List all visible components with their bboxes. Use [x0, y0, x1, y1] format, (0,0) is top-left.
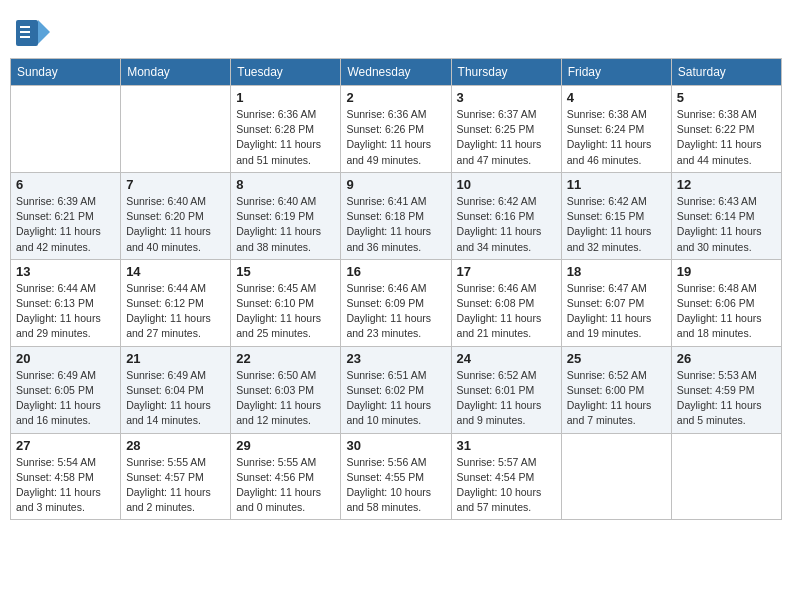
day-number: 26: [677, 351, 776, 366]
calendar-week-2: 6Sunrise: 6:39 AM Sunset: 6:21 PM Daylig…: [11, 172, 782, 259]
calendar-cell: 21Sunrise: 6:49 AM Sunset: 6:04 PM Dayli…: [121, 346, 231, 433]
calendar-cell: 28Sunrise: 5:55 AM Sunset: 4:57 PM Dayli…: [121, 433, 231, 520]
day-number: 14: [126, 264, 225, 279]
calendar-cell: 13Sunrise: 6:44 AM Sunset: 6:13 PM Dayli…: [11, 259, 121, 346]
day-number: 16: [346, 264, 445, 279]
calendar-week-5: 27Sunrise: 5:54 AM Sunset: 4:58 PM Dayli…: [11, 433, 782, 520]
calendar-cell: 10Sunrise: 6:42 AM Sunset: 6:16 PM Dayli…: [451, 172, 561, 259]
day-info: Sunrise: 6:41 AM Sunset: 6:18 PM Dayligh…: [346, 194, 445, 255]
weekday-header-row: SundayMondayTuesdayWednesdayThursdayFrid…: [11, 59, 782, 86]
calendar-week-4: 20Sunrise: 6:49 AM Sunset: 6:05 PM Dayli…: [11, 346, 782, 433]
calendar-cell: 12Sunrise: 6:43 AM Sunset: 6:14 PM Dayli…: [671, 172, 781, 259]
day-info: Sunrise: 6:40 AM Sunset: 6:20 PM Dayligh…: [126, 194, 225, 255]
day-number: 2: [346, 90, 445, 105]
calendar-cell: 23Sunrise: 6:51 AM Sunset: 6:02 PM Dayli…: [341, 346, 451, 433]
calendar-cell: 17Sunrise: 6:46 AM Sunset: 6:08 PM Dayli…: [451, 259, 561, 346]
day-number: 27: [16, 438, 115, 453]
day-info: Sunrise: 6:37 AM Sunset: 6:25 PM Dayligh…: [457, 107, 556, 168]
calendar-cell: 4Sunrise: 6:38 AM Sunset: 6:24 PM Daylig…: [561, 86, 671, 173]
day-info: Sunrise: 5:55 AM Sunset: 4:57 PM Dayligh…: [126, 455, 225, 516]
day-number: 25: [567, 351, 666, 366]
day-info: Sunrise: 6:50 AM Sunset: 6:03 PM Dayligh…: [236, 368, 335, 429]
calendar-cell: 20Sunrise: 6:49 AM Sunset: 6:05 PM Dayli…: [11, 346, 121, 433]
day-number: 24: [457, 351, 556, 366]
calendar-cell: 3Sunrise: 6:37 AM Sunset: 6:25 PM Daylig…: [451, 86, 561, 173]
day-info: Sunrise: 6:51 AM Sunset: 6:02 PM Dayligh…: [346, 368, 445, 429]
day-info: Sunrise: 6:40 AM Sunset: 6:19 PM Dayligh…: [236, 194, 335, 255]
day-number: 19: [677, 264, 776, 279]
calendar-cell: 26Sunrise: 5:53 AM Sunset: 4:59 PM Dayli…: [671, 346, 781, 433]
day-number: 23: [346, 351, 445, 366]
day-info: Sunrise: 6:46 AM Sunset: 6:08 PM Dayligh…: [457, 281, 556, 342]
day-number: 3: [457, 90, 556, 105]
day-number: 5: [677, 90, 776, 105]
day-info: Sunrise: 6:42 AM Sunset: 6:16 PM Dayligh…: [457, 194, 556, 255]
logo-icon: [14, 14, 50, 50]
calendar-cell: 16Sunrise: 6:46 AM Sunset: 6:09 PM Dayli…: [341, 259, 451, 346]
calendar-cell: 18Sunrise: 6:47 AM Sunset: 6:07 PM Dayli…: [561, 259, 671, 346]
calendar-cell: 6Sunrise: 6:39 AM Sunset: 6:21 PM Daylig…: [11, 172, 121, 259]
day-info: Sunrise: 6:49 AM Sunset: 6:05 PM Dayligh…: [16, 368, 115, 429]
svg-marker-1: [38, 20, 50, 44]
day-info: Sunrise: 6:38 AM Sunset: 6:24 PM Dayligh…: [567, 107, 666, 168]
day-info: Sunrise: 5:55 AM Sunset: 4:56 PM Dayligh…: [236, 455, 335, 516]
day-info: Sunrise: 5:57 AM Sunset: 4:54 PM Dayligh…: [457, 455, 556, 516]
calendar-cell: [11, 86, 121, 173]
day-info: Sunrise: 6:52 AM Sunset: 6:00 PM Dayligh…: [567, 368, 666, 429]
calendar-cell: 25Sunrise: 6:52 AM Sunset: 6:00 PM Dayli…: [561, 346, 671, 433]
day-number: 21: [126, 351, 225, 366]
weekday-header-monday: Monday: [121, 59, 231, 86]
day-info: Sunrise: 6:48 AM Sunset: 6:06 PM Dayligh…: [677, 281, 776, 342]
day-info: Sunrise: 6:36 AM Sunset: 6:28 PM Dayligh…: [236, 107, 335, 168]
day-info: Sunrise: 6:45 AM Sunset: 6:10 PM Dayligh…: [236, 281, 335, 342]
day-info: Sunrise: 6:49 AM Sunset: 6:04 PM Dayligh…: [126, 368, 225, 429]
calendar-cell: 1Sunrise: 6:36 AM Sunset: 6:28 PM Daylig…: [231, 86, 341, 173]
weekday-header-thursday: Thursday: [451, 59, 561, 86]
calendar-week-1: 1Sunrise: 6:36 AM Sunset: 6:28 PM Daylig…: [11, 86, 782, 173]
day-info: Sunrise: 6:36 AM Sunset: 6:26 PM Dayligh…: [346, 107, 445, 168]
day-info: Sunrise: 5:53 AM Sunset: 4:59 PM Dayligh…: [677, 368, 776, 429]
weekday-header-saturday: Saturday: [671, 59, 781, 86]
day-info: Sunrise: 6:44 AM Sunset: 6:13 PM Dayligh…: [16, 281, 115, 342]
calendar-cell: 5Sunrise: 6:38 AM Sunset: 6:22 PM Daylig…: [671, 86, 781, 173]
calendar-week-3: 13Sunrise: 6:44 AM Sunset: 6:13 PM Dayli…: [11, 259, 782, 346]
day-info: Sunrise: 6:42 AM Sunset: 6:15 PM Dayligh…: [567, 194, 666, 255]
calendar-cell: [671, 433, 781, 520]
calendar-cell: [121, 86, 231, 173]
calendar-cell: 14Sunrise: 6:44 AM Sunset: 6:12 PM Dayli…: [121, 259, 231, 346]
day-number: 12: [677, 177, 776, 192]
day-number: 28: [126, 438, 225, 453]
day-number: 30: [346, 438, 445, 453]
day-number: 31: [457, 438, 556, 453]
day-info: Sunrise: 6:44 AM Sunset: 6:12 PM Dayligh…: [126, 281, 225, 342]
calendar-table: SundayMondayTuesdayWednesdayThursdayFrid…: [10, 58, 782, 520]
day-number: 18: [567, 264, 666, 279]
day-info: Sunrise: 6:38 AM Sunset: 6:22 PM Dayligh…: [677, 107, 776, 168]
day-number: 22: [236, 351, 335, 366]
day-number: 6: [16, 177, 115, 192]
day-number: 11: [567, 177, 666, 192]
day-info: Sunrise: 6:39 AM Sunset: 6:21 PM Dayligh…: [16, 194, 115, 255]
calendar-cell: 11Sunrise: 6:42 AM Sunset: 6:15 PM Dayli…: [561, 172, 671, 259]
calendar-cell: [561, 433, 671, 520]
calendar-cell: 31Sunrise: 5:57 AM Sunset: 4:54 PM Dayli…: [451, 433, 561, 520]
day-number: 17: [457, 264, 556, 279]
svg-rect-2: [20, 26, 30, 28]
day-info: Sunrise: 5:56 AM Sunset: 4:55 PM Dayligh…: [346, 455, 445, 516]
day-number: 4: [567, 90, 666, 105]
calendar-cell: 24Sunrise: 6:52 AM Sunset: 6:01 PM Dayli…: [451, 346, 561, 433]
calendar-cell: 22Sunrise: 6:50 AM Sunset: 6:03 PM Dayli…: [231, 346, 341, 433]
page-header: [10, 10, 782, 50]
day-info: Sunrise: 6:43 AM Sunset: 6:14 PM Dayligh…: [677, 194, 776, 255]
day-number: 7: [126, 177, 225, 192]
weekday-header-tuesday: Tuesday: [231, 59, 341, 86]
day-info: Sunrise: 6:46 AM Sunset: 6:09 PM Dayligh…: [346, 281, 445, 342]
calendar-cell: 29Sunrise: 5:55 AM Sunset: 4:56 PM Dayli…: [231, 433, 341, 520]
calendar-cell: 2Sunrise: 6:36 AM Sunset: 6:26 PM Daylig…: [341, 86, 451, 173]
day-number: 20: [16, 351, 115, 366]
day-number: 10: [457, 177, 556, 192]
logo: [14, 14, 54, 50]
weekday-header-friday: Friday: [561, 59, 671, 86]
day-info: Sunrise: 5:54 AM Sunset: 4:58 PM Dayligh…: [16, 455, 115, 516]
calendar-cell: 9Sunrise: 6:41 AM Sunset: 6:18 PM Daylig…: [341, 172, 451, 259]
